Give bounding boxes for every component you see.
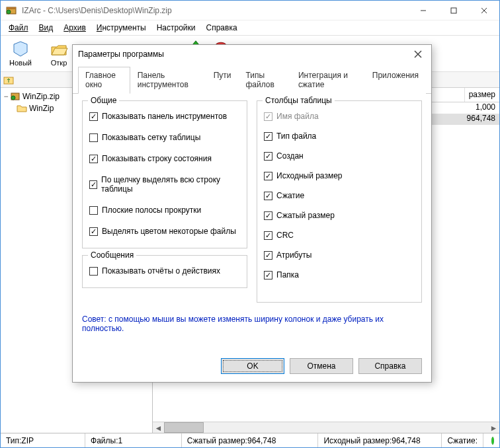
checkbox-col-created[interactable] xyxy=(264,152,272,161)
checkbox-col-folder-label[interactable]: Папка xyxy=(276,270,299,280)
ok-button[interactable]: OK xyxy=(221,358,284,374)
checkbox-col-filetype[interactable] xyxy=(264,132,272,141)
checkbox-click-row-label[interactable]: По щелчку выделять всю строку таблицы xyxy=(101,175,240,194)
main-window: IZArc - C:\Users\Denis\Desktop\WinZip.zi… xyxy=(0,0,500,448)
checkbox-col-packed-size-label[interactable]: Сжатый размер xyxy=(276,211,335,220)
tab-main-window[interactable]: Главное окно xyxy=(78,67,130,94)
dialog-buttons: OK Отмена Справка xyxy=(221,358,422,374)
dialog-title: Параметры программы xyxy=(78,50,410,59)
checkbox-col-orig-size[interactable] xyxy=(264,172,272,180)
dialog-body: Общие Показывать панель инструментов Пок… xyxy=(73,94,431,361)
tab-addons[interactable]: Приложения xyxy=(365,67,426,94)
dialog-hint: Совет: с помощью мыши вы можете изменять… xyxy=(82,315,422,333)
checkbox-show-reports-label[interactable]: Показывать отчёты о действиях xyxy=(102,266,220,276)
close-icon xyxy=(414,50,422,58)
dialog-tabs: Главное окно Панель инструментов Пути Ти… xyxy=(73,63,431,94)
checkbox-col-created-label[interactable]: Создан xyxy=(276,151,304,161)
checkbox-show-status-label[interactable]: Показывать строку состояния xyxy=(102,154,212,163)
dialog-backdrop: Параметры программы Главное окно Панель … xyxy=(1,1,499,447)
checkbox-col-attributes[interactable] xyxy=(264,251,272,260)
checkbox-col-compression-label[interactable]: Сжатие xyxy=(276,191,304,200)
checkbox-col-compression[interactable] xyxy=(264,192,272,200)
dialog-close-button[interactable] xyxy=(410,46,426,62)
checkbox-col-filename-label: Имя файла xyxy=(276,112,319,121)
tab-integration[interactable]: Интеграция и сжатие xyxy=(291,67,365,94)
group-general: Общие Показывать панель инструментов Пок… xyxy=(82,100,247,248)
dialog-titlebar: Параметры программы xyxy=(73,45,431,63)
checkbox-show-grid[interactable] xyxy=(89,133,98,142)
checkbox-col-filetype-label[interactable]: Тип файла xyxy=(276,131,316,141)
group-general-legend: Общие xyxy=(88,96,119,105)
group-messages-legend: Сообщения xyxy=(88,250,136,260)
checkbox-click-row[interactable] xyxy=(89,180,97,189)
checkbox-show-grid-label[interactable]: Показывать сетку таблицы xyxy=(102,133,200,142)
checkbox-flat-scroll-label[interactable]: Плоские полосы прокрутки xyxy=(102,205,201,215)
checkbox-show-reports[interactable] xyxy=(89,267,98,276)
checkbox-show-toolbar-label[interactable]: Показывать панель инструментов xyxy=(102,112,227,121)
checkbox-highlight-files-label[interactable]: Выделять цветом некоторые файлы xyxy=(102,227,236,236)
help-button[interactable]: Справка xyxy=(358,358,422,374)
checkbox-col-folder[interactable] xyxy=(264,271,272,280)
group-columns: Столбцы таблицы Имя файла Тип файла Созд… xyxy=(257,100,422,303)
checkbox-col-filename xyxy=(264,112,272,121)
cancel-button[interactable]: Отмена xyxy=(290,358,353,374)
checkbox-col-packed-size[interactable] xyxy=(264,211,272,220)
checkbox-show-status[interactable] xyxy=(89,155,98,163)
checkbox-show-toolbar[interactable] xyxy=(89,112,98,121)
tab-filetypes[interactable]: Типы файлов xyxy=(238,67,290,94)
checkbox-col-attributes-label[interactable]: Атрибуты xyxy=(276,250,312,260)
checkbox-col-crc[interactable] xyxy=(264,231,272,240)
checkbox-col-orig-size-label[interactable]: Исходный размер xyxy=(276,171,343,180)
tab-paths[interactable]: Пути xyxy=(206,67,239,94)
settings-dialog: Параметры программы Главное окно Панель … xyxy=(72,44,432,383)
tab-toolbar[interactable]: Панель инструментов xyxy=(130,67,206,94)
checkbox-flat-scroll[interactable] xyxy=(89,206,98,215)
group-messages: Сообщения Показывать отчёты о действиях xyxy=(82,255,247,288)
group-columns-legend: Столбцы таблицы xyxy=(263,96,335,105)
checkbox-col-crc-label[interactable]: CRC xyxy=(276,231,294,240)
checkbox-highlight-files[interactable] xyxy=(89,227,98,236)
